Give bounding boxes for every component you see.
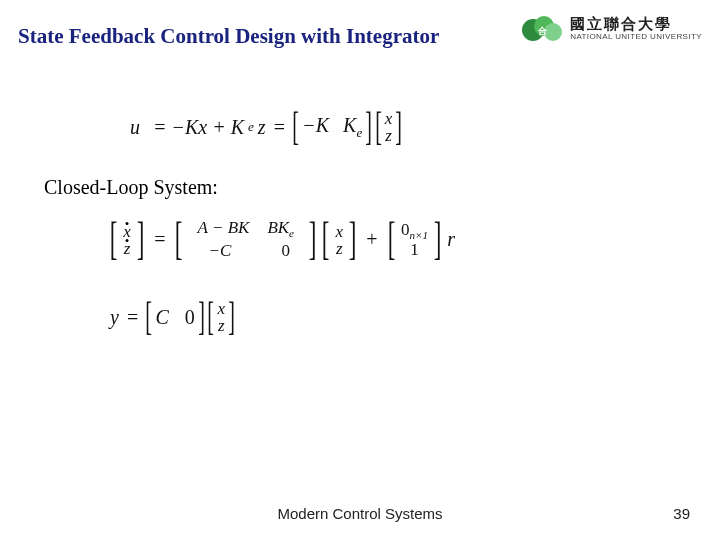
university-name-en: NATIONAL UNITED UNIVERSITY [570,33,702,41]
page-number: 39 [673,505,690,522]
equation-output: y = [ C 0 ] [ x z ] [110,300,234,334]
bracket-icon: [ [387,221,395,258]
university-name: 國立聯合大學 NATIONAL UNITED UNIVERSITY [570,17,702,41]
university-name-cn: 國立聯合大學 [570,17,702,33]
page-title: State Feedback Control Design with Integ… [18,24,439,49]
bracket-icon: [ [322,221,330,258]
svg-text:合: 合 [537,26,548,36]
bracket-icon: [ [375,111,382,143]
bracket-icon: ] [309,221,317,258]
eq1-lhs: u [130,116,140,139]
bracket-icon: [ [292,111,299,143]
slide: State Feedback Control Design with Integ… [0,0,720,540]
bracket-icon: ] [228,301,235,333]
bracket-icon: [ [110,221,118,258]
equation-state-space: [ x z ] = [ A − BK BKe −C 0 ] [ x z ] + … [110,218,455,261]
bracket-icon: ] [137,221,145,258]
bracket-icon: [ [146,301,153,333]
eq1-rhs1: = −Kx + K [153,116,244,139]
subheading-closed-loop: Closed-Loop System: [44,176,218,199]
bracket-icon: ] [396,111,403,143]
bracket-icon: [ [175,221,183,258]
equation-control-law: u = −Kx + Kez = [ −K Ke ] [ x z ] [130,110,402,144]
bracket-icon: ] [198,301,205,333]
university-logo-icon: 合 [520,10,564,48]
university-logo-block: 合 國立聯合大學 NATIONAL UNITED UNIVERSITY [520,10,702,48]
bracket-icon: ] [366,111,373,143]
svg-point-2 [544,23,562,41]
bracket-icon: ] [349,221,357,258]
footer-text: Modern Control Systems [277,505,442,522]
bracket-icon: [ [208,301,215,333]
bracket-icon: ] [434,221,442,258]
